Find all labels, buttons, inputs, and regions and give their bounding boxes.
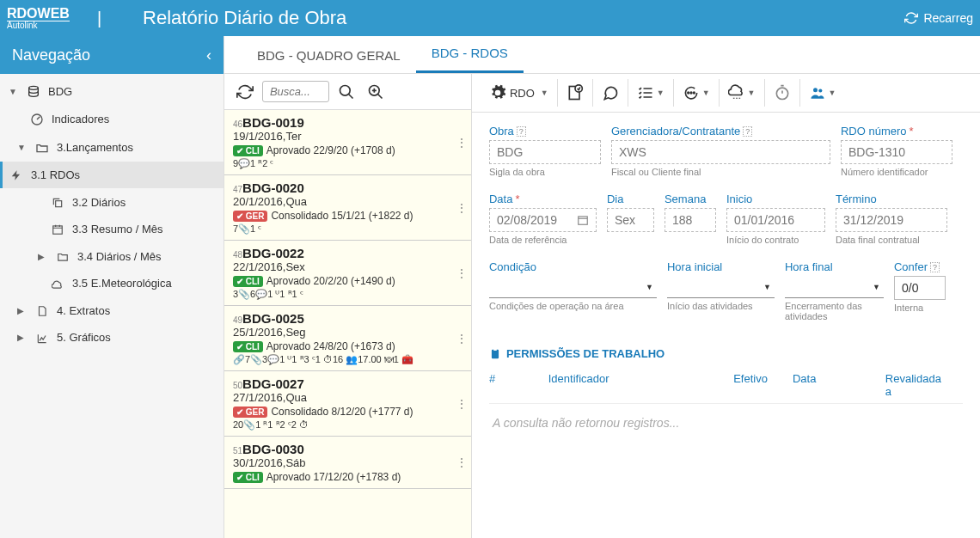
more-icon[interactable]: ⋮: [456, 332, 468, 345]
tabs: BDG - QUADRO GERAL BDG - RDOS: [224, 36, 980, 74]
status-badge: ✔ CLI: [233, 341, 263, 352]
help-icon[interactable]: ?: [743, 126, 752, 137]
input-inicio[interactable]: 01/01/2016: [726, 208, 825, 232]
status-badge: ✔ GER: [233, 407, 267, 418]
tree-indicadores[interactable]: Indicadores: [0, 106, 224, 134]
help-icon[interactable]: ?: [930, 262, 940, 272]
document-icon: [34, 304, 50, 318]
tree-rdos[interactable]: 3.1 RDOs: [0, 162, 224, 189]
input-data[interactable]: 02/08/2019: [489, 208, 597, 232]
field-termino: Término 31/12/2019 Data final contratual: [836, 193, 947, 245]
list-toolbar: [224, 74, 471, 110]
svg-point-9: [690, 92, 692, 94]
more-icon[interactable]: ⋮: [456, 397, 468, 411]
input-confer[interactable]: [894, 276, 946, 300]
more-icon[interactable]: ⋮: [456, 455, 468, 469]
meta-row: 🔗7📎3💬1 ᵁ1 ᴿ3 ᶜ1 ⏱16 👥17.00 🍽1 🧰: [233, 354, 462, 365]
database-icon: [26, 84, 41, 99]
tree-extratos[interactable]: ▶ 4. Extratos: [0, 297, 224, 325]
stopwatch-icon: [774, 84, 791, 101]
more-icon[interactable]: ⋮: [456, 266, 468, 280]
tree-meteo[interactable]: 3.5 E.Meteorológica: [0, 270, 224, 297]
svg-rect-2: [56, 200, 62, 206]
field-data: Data* 02/08/2019 Data de referência: [489, 193, 597, 245]
chat-menu[interactable]: ▼: [674, 79, 720, 107]
input-termino[interactable]: 31/12/2019: [836, 208, 947, 232]
help-icon[interactable]: ?: [517, 126, 526, 137]
nav-header[interactable]: Navegação ‹: [0, 36, 224, 74]
collapse-icon[interactable]: ‹: [206, 46, 211, 64]
svg-rect-14: [579, 217, 588, 224]
checklist-icon: [637, 84, 654, 101]
reload-button[interactable]: Recarreg: [904, 11, 973, 25]
field-obra: Obra? BDG Sigla da obra: [489, 125, 601, 177]
gear-icon: [489, 84, 506, 101]
field-semana: Semana 188: [665, 193, 716, 245]
svg-rect-3: [53, 226, 63, 234]
note-button[interactable]: [558, 79, 593, 107]
tree-diarios-mes[interactable]: ▶ 3.4 Diários / Mês: [0, 242, 224, 270]
comment-button[interactable]: [593, 79, 628, 107]
meta-row: 9💬1 ᴿ2 ᶜ: [233, 158, 462, 169]
field-hora-inicial: Hora inicial ▼ Início das atividades: [667, 260, 775, 321]
note-icon: [567, 84, 584, 101]
tree-resumo[interactable]: 3.3 Resumo / Mês: [0, 216, 224, 243]
list-item[interactable]: 49BDG-002525/1/2016,Seg✔ CLIAprovado 24/…: [224, 306, 471, 371]
svg-point-12: [813, 88, 818, 92]
input-gerenciadora[interactable]: XWS: [611, 140, 830, 164]
rdo-list: 46BDG-001919/1/2016,Ter✔ CLIAprovado 22/…: [224, 110, 471, 538]
calendar-icon: [50, 223, 65, 236]
field-inicio: Inicio 01/01/2016 Início do contrato: [726, 193, 825, 245]
select-condicao[interactable]: ▼: [489, 276, 657, 298]
tab-rdos[interactable]: BDG - RDOS: [416, 35, 524, 73]
input-dia[interactable]: Sex: [607, 208, 654, 232]
chevron-down-icon: ▼: [9, 87, 19, 96]
zoom-button[interactable]: [364, 79, 388, 104]
select-hora-final[interactable]: ▼: [785, 276, 884, 298]
rain-icon: [728, 84, 745, 101]
empty-message: A consulta não retornou registros...: [489, 404, 963, 442]
more-icon[interactable]: ⋮: [456, 201, 468, 215]
list-item[interactable]: 46BDG-001919/1/2016,Ter✔ CLIAprovado 22/…: [224, 110, 471, 175]
search-button[interactable]: [334, 79, 358, 104]
folder-open-icon: [34, 140, 50, 155]
tree-diarios[interactable]: 3.2 Diários: [0, 188, 224, 216]
field-rdo-num: RDO número* BDG-1310 Número identificado…: [841, 125, 952, 177]
status-badge: ✔ GER: [233, 211, 267, 222]
input-rdo-num[interactable]: BDG-1310: [841, 140, 952, 164]
input-semana[interactable]: 188: [665, 208, 716, 232]
tab-quadro-geral[interactable]: BDG - QUADRO GERAL: [242, 38, 416, 73]
field-dia: Dia Sex: [607, 193, 654, 245]
list-item[interactable]: 51BDG-003030/1/2016,Sáb✔ CLIAprovado 17/…: [224, 437, 471, 489]
chart-icon: [34, 331, 50, 345]
permissoes-table-head: # Identificador Efetivo Data Revalidada …: [489, 367, 963, 404]
svg-point-4: [340, 86, 350, 96]
timer-button[interactable]: [765, 79, 800, 107]
weather-menu[interactable]: ▼: [720, 79, 765, 107]
svg-rect-16: [493, 348, 497, 350]
chevron-down-icon: ▼: [17, 143, 28, 152]
search-input[interactable]: [262, 81, 329, 102]
checklist-menu[interactable]: ▼: [628, 79, 674, 107]
tree-graficos[interactable]: ▶ 5. Gráficos: [0, 324, 224, 352]
status-badge: ✔ CLI: [233, 145, 263, 156]
people-menu[interactable]: ▼: [800, 79, 845, 107]
chevron-right-icon: ▶: [17, 333, 28, 342]
section-permissoes: PERMISSÕES DE TRABALHO: [489, 347, 963, 360]
meta-row: 20📎1 ᴿ1 ᴿ2 ᶜ2 ⏱: [233, 419, 462, 431]
more-icon[interactable]: ⋮: [456, 136, 468, 150]
nav-tree: ▼ BDG Indicadores ▼ 3.Lançamentos: [0, 74, 224, 355]
tree-root-bdg[interactable]: ▼ BDG: [0, 77, 224, 106]
refresh-button[interactable]: [233, 79, 257, 104]
tree-lancamentos[interactable]: ▼ 3.Lançamentos: [0, 133, 224, 162]
select-hora-inicial[interactable]: ▼: [667, 276, 775, 298]
svg-rect-15: [492, 349, 499, 358]
copy-icon: [50, 195, 65, 209]
list-item[interactable]: 48BDG-002222/1/2016,Sex✔ CLIAprovado 20/…: [224, 241, 471, 306]
list-item[interactable]: 50BDG-002727/1/2016,Qua✔ GERConsolidado …: [224, 371, 471, 437]
input-obra[interactable]: BDG: [489, 140, 601, 164]
field-gerenciadora: Gerenciadora/Contratante? XWS Fiscal ou …: [611, 125, 830, 177]
bolt-icon: [9, 168, 24, 182]
list-item[interactable]: 47BDG-002020/1/2016,Qua✔ GERConsolidado …: [224, 175, 471, 241]
rdo-menu[interactable]: RDO ▼: [481, 79, 558, 107]
